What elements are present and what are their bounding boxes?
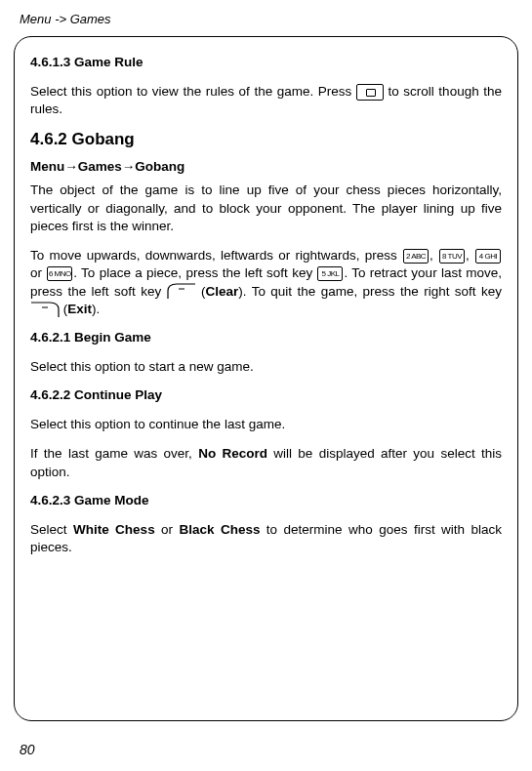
text: ,	[430, 248, 438, 263]
section-4-6-2-1-body: Select this option to start a new game.	[30, 358, 502, 376]
arrow-icon: →	[64, 159, 78, 174]
key-label: 8 TUV	[440, 250, 464, 263]
section-4-6-2-2-body2: If the last game was over, No Record wil…	[30, 445, 502, 480]
gobang-intro: The object of the game is to line up fiv…	[30, 182, 502, 235]
section-4-6-2-2-body: Select this option to continue the last …	[30, 416, 502, 433]
clear-label: Clear	[205, 284, 238, 299]
key-2-icon: 2 ABC	[403, 249, 429, 264]
no-record-label: No Record	[198, 446, 267, 461]
text: or	[30, 265, 46, 280]
text: . To place a piece, press the left soft …	[73, 265, 316, 280]
key-label: 5 JKL	[318, 267, 342, 280]
page-number: 80	[20, 742, 35, 757]
nav-key-icon	[356, 84, 384, 101]
gobang-controls: To move upwards, downwards, leftwards or…	[30, 247, 502, 318]
key-6-icon: 6 MNO	[47, 266, 72, 281]
text: To move upwards, downwards, leftwards or…	[30, 248, 402, 263]
breadcrumb: Menu→Games→Gobang	[30, 159, 502, 174]
arrow-icon: →	[122, 159, 136, 174]
section-4-6-2-3-heading: 4.6.2.3 Game Mode	[30, 493, 502, 507]
section-4-6-2-heading: 4.6.2 Gobang	[30, 130, 502, 149]
text: ,	[466, 248, 474, 263]
text: or	[155, 522, 180, 537]
key-4-icon: 4 GHI	[475, 249, 501, 264]
breadcrumb-gobang: Gobang	[135, 159, 184, 174]
exit-label: Exit	[67, 302, 92, 316]
text: ). To quit the game, press the right sof…	[238, 284, 502, 299]
text: Select this option to view the rules of …	[30, 84, 356, 99]
text: If the last game was over,	[30, 446, 198, 461]
section-4-6-1-3-body: Select this option to view the rules of …	[30, 83, 502, 118]
text: Select	[30, 522, 73, 537]
section-4-6-2-1-heading: 4.6.2.1 Begin Game	[30, 330, 502, 345]
text: (	[196, 284, 206, 299]
left-soft-key-icon	[167, 283, 196, 300]
key-label: 6 MNO	[48, 267, 71, 280]
text: ).	[92, 302, 100, 316]
key-5-icon: 5 JKL	[317, 266, 343, 281]
page-header: Menu -> Games	[0, 0, 532, 26]
key-8-icon: 8 TUV	[439, 249, 465, 264]
black-chess-label: Black Chess	[179, 522, 260, 537]
key-label: 2 ABC	[404, 250, 428, 263]
key-label: 4 GHI	[476, 250, 500, 263]
white-chess-label: White Chess	[73, 522, 155, 537]
section-4-6-2-3-body: Select White Chess or Black Chess to det…	[30, 521, 502, 556]
right-soft-key-icon	[30, 302, 60, 318]
content-frame: 4.6.1.3 Game Rule Select this option to …	[14, 36, 518, 721]
breadcrumb-menu: Menu	[30, 159, 64, 174]
section-4-6-1-3-heading: 4.6.1.3 Game Rule	[30, 55, 502, 69]
text: (	[60, 302, 67, 316]
breadcrumb-games: Games	[78, 159, 122, 174]
section-4-6-2-2-heading: 4.6.2.2 Continue Play	[30, 387, 502, 402]
